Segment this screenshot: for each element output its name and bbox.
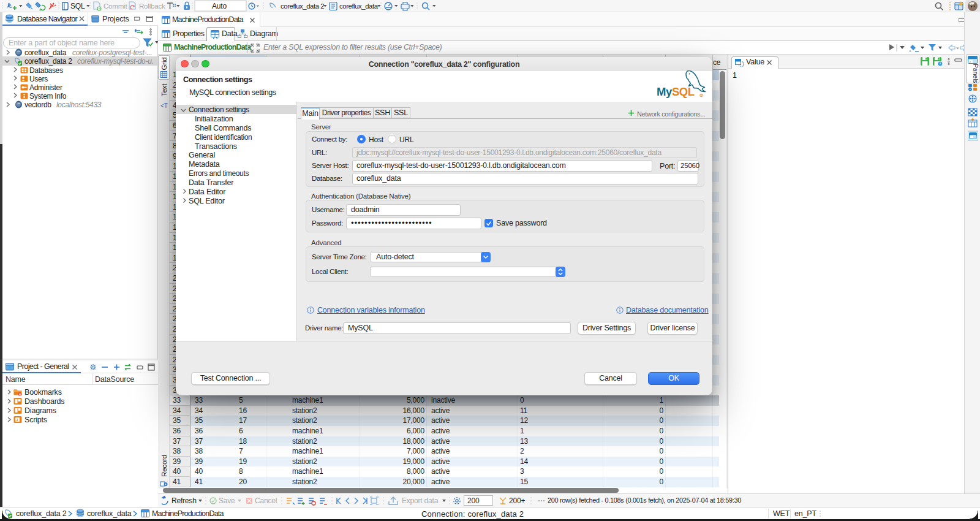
svg-text:J: J: [16, 418, 18, 422]
svg-text:My: My: [657, 85, 673, 98]
svg-text:coreflux_data: coreflux_data: [339, 2, 379, 10]
svg-text:Export data: Export data: [402, 496, 439, 505]
svg-text:SQL: SQL: [672, 85, 695, 98]
svg-text:Auto: Auto: [212, 2, 227, 10]
svg-text:<T: <T: [160, 102, 168, 109]
svg-text:Save: Save: [219, 496, 235, 505]
svg-text:SQL: SQL: [70, 2, 85, 10]
svg-text:Cancel: Cancel: [255, 496, 277, 505]
svg-text:Refresh: Refresh: [172, 496, 197, 505]
svg-text:Commit: Commit: [104, 2, 127, 10]
svg-text:coreflux_data 2: coreflux_data 2: [281, 2, 324, 10]
svg-text:Rollback: Rollback: [139, 2, 165, 10]
svg-text:200+: 200+: [509, 496, 525, 505]
